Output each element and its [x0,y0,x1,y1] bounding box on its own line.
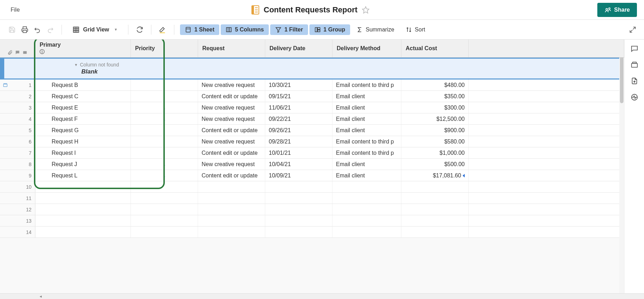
cell-delivery-method[interactable]: Email client [332,159,401,170]
table-row-empty[interactable]: 13 [0,215,624,227]
cell-empty[interactable] [332,204,401,215]
cell-primary[interactable]: Request E [35,102,131,113]
save-icon[interactable] [6,24,18,35]
table-row[interactable]: 8Request J↓New creative request10/04/21E… [0,159,624,170]
cell-primary[interactable]: Request F [35,113,131,124]
cell-actual-cost[interactable]: $500.00 [401,159,469,170]
cell-empty[interactable] [198,193,265,204]
row-number[interactable]: 5 [0,125,35,136]
conversations-icon[interactable] [631,45,638,52]
cell-delivery-date[interactable]: 11/06/21 [265,102,332,113]
cell-priority[interactable]: ↓ [131,113,198,124]
cell-delivery-date[interactable]: 10/01/21 [265,147,332,158]
row-number[interactable]: 8 [0,159,35,170]
view-switcher[interactable]: Grid View ▼ [68,24,122,35]
cell-empty[interactable] [401,227,469,238]
refresh-icon[interactable] [134,24,145,35]
cell-empty[interactable] [265,193,332,204]
table-row[interactable]: 9Request L↓Content edit or update10/09/2… [0,170,624,181]
row-number[interactable]: 14 [0,227,35,238]
cell-delivery-date[interactable]: 09/15/21 [265,91,332,102]
undo-icon[interactable] [32,24,43,35]
row-number[interactable]: 12 [0,204,35,215]
cell-empty[interactable] [401,193,469,204]
row-number[interactable]: 9 [0,170,35,181]
cell-request[interactable]: Content edit or update [198,125,265,136]
cell-delivery-date[interactable]: 10/09/21 [265,170,332,181]
row-number[interactable]: 11 [0,193,35,204]
cell-delivery-method[interactable]: Email client [332,170,401,181]
cell-primary[interactable]: Request I [35,147,131,158]
attachments-panel-icon[interactable] [631,61,638,69]
cell-actual-cost[interactable]: $1,000.00 [401,147,469,158]
cell-empty[interactable] [265,204,332,215]
cell-empty[interactable] [35,193,131,204]
row-card-icon[interactable] [3,83,8,88]
cell-primary[interactable]: Request H [35,136,131,147]
cell-empty[interactable] [332,227,401,238]
cell-delivery-method[interactable]: Email client [332,113,401,124]
cell-actual-cost[interactable]: $480.00 [401,80,469,90]
cell-delivery-date[interactable]: 10/30/21 [265,80,332,90]
cell-request[interactable]: Content edit or update [198,170,265,181]
cell-priority[interactable]: ↓ [131,170,198,181]
cell-request[interactable]: New creative request [198,159,265,170]
group-pill[interactable]: 1 Group [309,24,350,35]
cell-empty[interactable] [131,193,198,204]
cell-empty[interactable] [401,204,469,215]
cell-empty[interactable] [401,215,469,226]
cell-delivery-method[interactable]: Email content to third p [332,136,401,147]
cell-empty[interactable] [265,227,332,238]
cell-empty[interactable] [131,181,198,192]
sheet-pill[interactable]: 1 Sheet [180,24,219,35]
scrollbar-thumb[interactable] [620,54,623,103]
table-row-empty[interactable]: 11 [0,193,624,204]
row-number[interactable]: 7 [0,147,35,158]
cell-empty[interactable] [332,215,401,226]
file-menu[interactable]: File [7,5,23,15]
cell-request[interactable]: New creative request [198,113,265,124]
cell-priority[interactable]: ! [131,91,198,102]
publish-icon[interactable] [631,77,638,85]
row-number[interactable]: 10 [0,181,35,192]
filter-pill[interactable]: 1 Filter [270,24,308,35]
sort-pill[interactable]: Sort [401,24,430,35]
expand-icon[interactable] [628,25,638,35]
cell-priority[interactable]: ↓ [131,159,198,170]
cell-priority[interactable]: ! [131,147,198,158]
redo-icon[interactable] [45,24,56,35]
summarize-pill[interactable]: Summarize [352,24,399,35]
cell-delivery-date[interactable]: 09/26/21 [265,125,332,136]
cell-priority[interactable]: ! [131,136,198,147]
table-row[interactable]: 3Request E↓New creative request11/06/21E… [0,102,624,113]
cell-empty[interactable] [469,193,624,204]
column-header-delivery-date[interactable]: Delivery Date [265,40,332,57]
print-icon[interactable] [19,24,30,35]
cell-primary[interactable]: Request J [35,159,131,170]
table-row-empty[interactable]: 14 [0,227,624,238]
cell-empty[interactable] [265,181,332,192]
cell-delivery-method[interactable]: Email client [332,102,401,113]
table-row-empty[interactable]: 12 [0,204,624,215]
cell-actual-cost[interactable]: $350.00 [401,91,469,102]
row-number[interactable]: 3 [0,102,35,113]
table-row[interactable]: 5Request G!Content edit or update09/26/2… [0,125,624,136]
cell-actual-cost[interactable]: $17,081.60 [401,170,469,181]
cell-actual-cost[interactable]: $12,500.00 [401,113,469,124]
vertical-scrollbar[interactable] [619,40,624,293]
cell-empty[interactable] [198,204,265,215]
horizontal-scrollbar[interactable]: ◄ [0,293,644,299]
highlighter-icon[interactable] [157,24,168,35]
cell-empty[interactable] [131,227,198,238]
cell-primary[interactable]: Request G [35,125,131,136]
cell-request[interactable]: New creative request [198,136,265,147]
group-row[interactable]: ▼ Column not found Blank [0,58,624,80]
cell-empty[interactable] [401,181,469,192]
cell-empty[interactable] [265,215,332,226]
cell-priority[interactable]: ! [131,80,198,90]
activity-log-icon[interactable] [631,93,638,101]
cell-empty[interactable] [469,204,624,215]
cell-actual-cost[interactable]: $580.00 [401,136,469,147]
cell-request[interactable]: Content edit or update [198,147,265,158]
cell-delivery-date[interactable]: 09/28/21 [265,136,332,147]
